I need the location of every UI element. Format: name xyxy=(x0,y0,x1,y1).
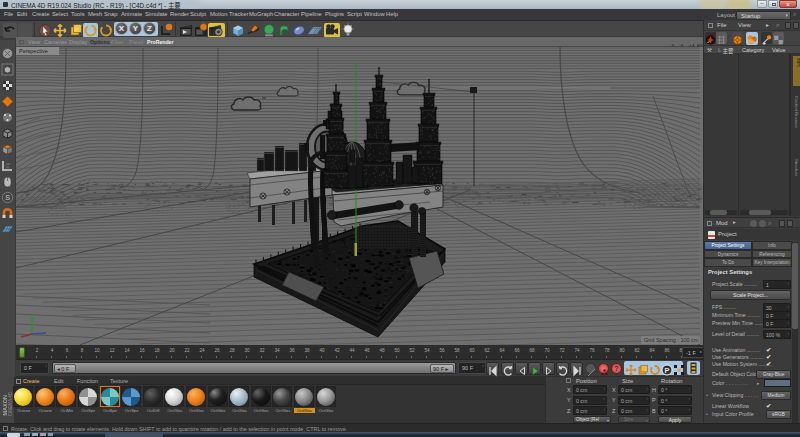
svg-text:P: P xyxy=(664,366,669,375)
svg-text:S: S xyxy=(5,194,10,201)
